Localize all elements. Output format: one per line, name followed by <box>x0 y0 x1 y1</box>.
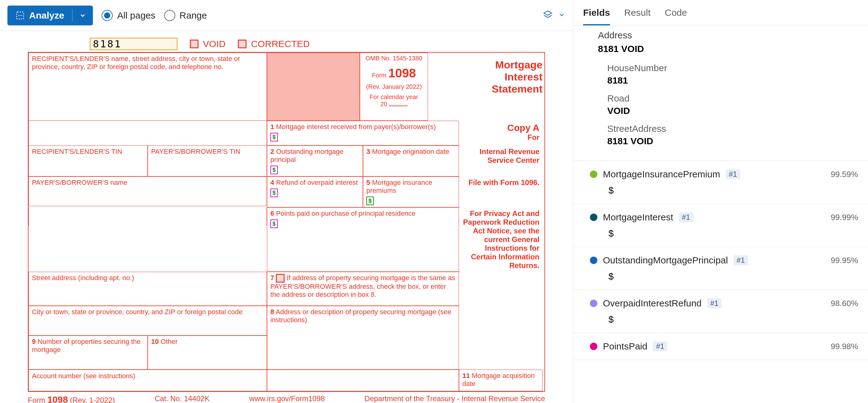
checkbox-icon <box>276 274 285 282</box>
dollar-icon: $ <box>270 220 278 228</box>
analyze-icon <box>16 11 25 20</box>
range-label: Range <box>180 10 207 21</box>
tab-code[interactable]: Code <box>665 7 687 25</box>
field-row[interactable]: PointsPaid#199.98% <box>573 333 868 360</box>
field-badge: #1 <box>679 212 693 222</box>
field-confidence: 99.95% <box>831 256 858 265</box>
field-name: MortgageInterest <box>603 212 673 223</box>
dollar-icon: $ <box>270 189 278 197</box>
field-confidence: 99.99% <box>831 213 858 222</box>
box-5: 5 Mortgage insurance premiums $ <box>363 176 459 207</box>
box-3: 3 Mortgage origination date <box>363 145 459 176</box>
form-1098: 8181 VOID CORRECTED RECIPIENT'S/LENDER'S… <box>28 37 545 403</box>
toolbar: Analyze All pages Range <box>0 0 573 31</box>
field-name: OutstandingMortgagePrincipal <box>603 255 728 266</box>
form-code-box: 8181 <box>90 38 178 50</box>
copy-a-cell: Copy A For <box>459 121 542 145</box>
field-row[interactable]: OverpaidInterestRefund#198.60%$ <box>573 290 868 333</box>
box-6: 6 Points paid on purchase of principal r… <box>267 207 459 272</box>
box-4: 4 Refund of overpaid interest $ <box>267 176 363 207</box>
void-checkbox: VOID <box>190 39 225 49</box>
form-title-cell: Mortgage Interest Statement <box>428 53 542 121</box>
field-name: PointsPaid <box>603 341 647 351</box>
analyze-dropdown[interactable] <box>72 12 93 19</box>
field-value: $ <box>590 179 858 196</box>
field-confidence: 99.98% <box>831 342 858 351</box>
field-value: $ <box>590 266 858 282</box>
tab-result[interactable]: Result <box>624 7 651 25</box>
field-confidence: 98.60% <box>831 299 858 308</box>
radio-unchecked-icon <box>164 10 175 21</box>
field-address[interactable]: Address 8181 VOID HouseNumber8181 RoadVO… <box>573 26 868 161</box>
dollar-icon: $ <box>366 197 374 205</box>
chevron-down-icon <box>558 11 565 20</box>
box-7: 7 If address of property securing mortga… <box>267 272 459 306</box>
document-viewport[interactable]: 8181 VOID CORRECTED RECIPIENT'S/LENDER'S… <box>0 31 573 403</box>
analyze-label: Analyze <box>29 10 64 21</box>
field-badge: #1 <box>653 341 667 351</box>
account-cell: Account number (see instructions) <box>29 370 267 391</box>
form-code: 8181 <box>93 38 122 50</box>
box-10: 10 Other <box>148 336 267 370</box>
tab-fields[interactable]: Fields <box>583 7 610 25</box>
corrected-label: CORRECTED <box>251 39 310 49</box>
analyze-button[interactable]: Analyze <box>7 6 93 25</box>
field-color-dot <box>590 171 597 178</box>
radio-checked-icon <box>101 10 113 21</box>
box-9: 9 Number of properties securing the mort… <box>29 336 148 370</box>
side-panel: Fields Result Code Address 8181 VOID Hou… <box>573 0 868 403</box>
field-value: $ <box>590 223 858 239</box>
layers-control[interactable] <box>542 9 565 21</box>
dollar-icon: $ <box>270 166 278 174</box>
recipient-name-cell: RECIPIENT'S/LENDER'S name, street addres… <box>29 53 267 121</box>
corrected-checkbox: CORRECTED <box>238 39 310 49</box>
box-11: 11 Mortgage acquisition date <box>459 370 542 391</box>
payer-tin-cell: PAYER'S/BORROWER'S TIN <box>148 145 267 176</box>
field-color-dot <box>590 213 597 221</box>
box-1: 1 Mortgage interest received from payer(… <box>267 121 459 145</box>
fields-list[interactable]: Address 8181 VOID HouseNumber8181 RoadVO… <box>573 26 868 403</box>
form-footer: Form 1098 (Rev. 1-2022) Cat. No. 14402K … <box>28 392 545 403</box>
payer-name-cell: PAYER'S/BORROWER'S name <box>29 176 267 206</box>
field-row[interactable]: MortgageInsurancePremium#199.59%$ <box>573 161 868 204</box>
checkbox-icon <box>238 40 247 48</box>
field-name: MortgageInsurancePremium <box>603 169 720 179</box>
recipient-tin-cell: RECIPIENT'S/LENDER'S TIN <box>29 145 148 176</box>
city-cell: City or town, state or province, country… <box>29 306 267 336</box>
address-label: Address <box>598 30 856 40</box>
field-badge: #1 <box>707 298 722 308</box>
all-pages-radio[interactable]: All pages <box>101 10 155 21</box>
void-label: VOID <box>203 39 225 49</box>
all-pages-label: All pages <box>117 10 155 21</box>
irs-center-cell: Internal Revenue Service Center <box>459 145 542 176</box>
dollar-icon: $ <box>270 133 278 141</box>
field-value: $ <box>590 309 858 325</box>
blank-pink-cell <box>267 53 360 121</box>
street-cell: Street address (including apt. no.) <box>29 272 267 306</box>
address-value: 8181 VOID <box>598 44 856 54</box>
privacy-notice-cell: For Privacy Act and Paperwork Reduction … <box>459 207 542 272</box>
field-name: OverpaidInterestRefund <box>603 298 702 309</box>
field-row[interactable]: MortgageInterest#199.99%$ <box>573 204 868 247</box>
field-row[interactable]: OutstandingMortgagePrincipal#199.95%$ <box>573 247 868 290</box>
file-1096-cell: File with Form 1096. <box>459 176 542 207</box>
field-confidence: 99.59% <box>831 170 858 179</box>
field-badge: #1 <box>726 169 740 179</box>
field-color-dot <box>590 343 597 350</box>
side-tabs: Fields Result Code <box>573 0 868 26</box>
form-id-cell: OMB No. 1545-1380 Form 1098 (Rev. Januar… <box>360 53 428 121</box>
checkbox-icon <box>190 40 198 48</box>
range-radio[interactable]: Range <box>164 10 207 21</box>
layers-icon <box>542 9 553 21</box>
field-badge: #1 <box>734 255 748 265</box>
box-2: 2 Outstanding mortgage principal $ <box>267 145 363 176</box>
box-8: 8 Address or description of property sec… <box>267 306 459 336</box>
field-color-dot <box>590 257 597 264</box>
field-color-dot <box>590 300 597 307</box>
